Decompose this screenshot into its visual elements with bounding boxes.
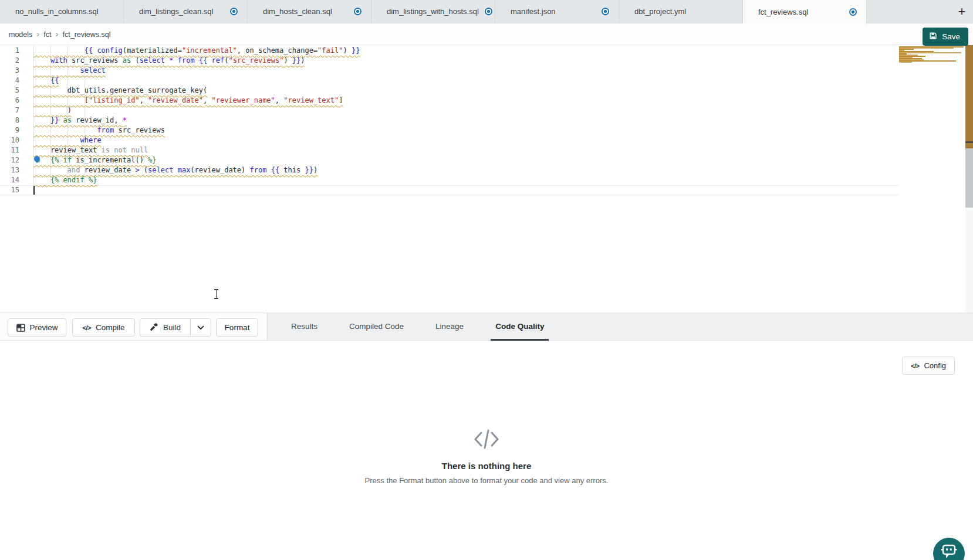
bottom-toolbar: Preview </> Compile Build Format Results… (0, 313, 973, 341)
code-slash-icon (0, 428, 973, 453)
empty-state-title: There is nothing here (0, 461, 973, 471)
unsaved-changes-dot-icon (354, 8, 362, 15)
file-tab[interactable]: dim_hosts_clean.sql (248, 0, 371, 23)
code-line-text: {% endif %} (33, 175, 97, 185)
overview-ruler-scrollbar[interactable] (965, 45, 973, 313)
panel-tab-lineage[interactable]: Lineage (431, 313, 468, 341)
code-line-text: from src_reviews (33, 125, 165, 135)
code-line[interactable]: 13 and review_date > (select max(review_… (0, 165, 973, 175)
code-line[interactable]: 15 (0, 185, 973, 195)
code-line[interactable]: 1 {{ config(materialized="incremental", … (0, 46, 973, 56)
new-tab-button[interactable]: + (951, 0, 973, 23)
line-number: 8 (0, 116, 19, 125)
code-line[interactable]: 11 review_text is not null (0, 145, 973, 155)
file-tab-label: dim_listings_clean.sql (139, 7, 213, 16)
code-line-text: ["listing_id", "review_date", "reviewer_… (33, 96, 343, 106)
panel-tab-results[interactable]: Results (286, 313, 322, 341)
file-tab[interactable]: fct_reviews.sql (743, 0, 867, 24)
file-tab-bar: no_nulls_in_columns.sqldim_listings_clea… (0, 0, 973, 23)
code-line-text: select (33, 66, 106, 76)
panel-tab-compiled-code[interactable]: Compiled Code (344, 313, 408, 341)
file-tab-label: no_nulls_in_columns.sql (15, 7, 99, 16)
chatbot-fab-button[interactable] (933, 538, 965, 560)
empty-state: There is nothing here Press the Format b… (0, 428, 973, 485)
file-tab[interactable]: dim_listings_clean.sql (124, 0, 248, 23)
build-button[interactable]: Build (140, 318, 190, 337)
unsaved-changes-dot-icon (849, 8, 857, 16)
line-number: 13 (0, 165, 19, 175)
tab-bar-filler (867, 0, 951, 23)
breadcrumb-item[interactable]: models (9, 30, 32, 39)
code-line-text: {% if is_incremental() %} (33, 155, 157, 165)
breadcrumb-item[interactable]: fct (43, 30, 51, 39)
code-line-text: {{ config(materialized="incremental", on… (33, 46, 360, 56)
file-tab[interactable]: dbt_project.yml (619, 0, 743, 23)
code-line[interactable]: 10 where (0, 135, 973, 145)
unsaved-changes-dot-icon (485, 8, 492, 15)
table-grid-icon (16, 324, 25, 332)
preview-button[interactable]: Preview (8, 318, 66, 337)
code-line[interactable]: 2 with src_reviews as (select * from {{ … (0, 56, 973, 66)
panel-tab-strip: ResultsCompiled CodeLineageCode Quality (267, 313, 973, 340)
config-button[interactable]: </> Config (902, 357, 955, 375)
format-button[interactable]: Format (216, 318, 258, 337)
compile-label: Compile (96, 323, 125, 332)
text-cursor (33, 186, 35, 195)
minimap[interactable] (899, 46, 965, 311)
code-line[interactable]: 9 from src_reviews (0, 125, 973, 135)
code-line[interactable]: 5 dbt_utils.generate_surrogate_key( (0, 86, 973, 96)
code-line-text: review_text is not null (33, 145, 148, 155)
code-editor[interactable]: 1 {{ config(materialized="incremental", … (0, 45, 973, 313)
hammer-icon (150, 323, 158, 333)
format-label: Format (225, 323, 250, 332)
code-line-text: {{ (33, 76, 59, 86)
code-line[interactable]: 8 }} as review_id, * (0, 116, 973, 125)
code-line[interactable]: 12 {% if is_incremental() %} (0, 155, 973, 165)
robot-chat-icon (941, 544, 957, 559)
save-icon (929, 32, 937, 42)
line-number: 14 (0, 175, 19, 185)
panel-tab-code-quality[interactable]: Code Quality (491, 313, 549, 341)
breadcrumb-separator-icon: › (56, 29, 59, 39)
line-number: 9 (0, 125, 19, 135)
file-tab-label: fct_reviews.sql (758, 8, 808, 16)
mouse-ibeam-cursor (214, 289, 219, 299)
chevron-down-icon (197, 325, 204, 330)
file-tab[interactable]: no_nulls_in_columns.sql (0, 0, 124, 23)
file-tab-label: manifest.json (511, 7, 556, 16)
breadcrumb-item[interactable]: fct_reviews.sql (63, 30, 111, 39)
line-number: 1 (0, 46, 19, 56)
unsaved-changes-dot-icon (230, 8, 238, 15)
code-brackets-icon: </> (911, 362, 919, 369)
save-button[interactable]: Save (923, 28, 968, 46)
code-line[interactable]: 4 {{ (0, 76, 973, 86)
file-tab-label: dim_listings_with_hosts.sql (387, 7, 479, 16)
line-number: 7 (0, 106, 19, 116)
preview-label: Preview (30, 323, 58, 332)
code-line-text: }} as review_id, * (33, 116, 127, 125)
line-number: 4 (0, 76, 19, 86)
build-label: Build (163, 323, 181, 332)
breadcrumb-separator-icon: › (36, 29, 39, 39)
code-line[interactable]: 3 select (0, 66, 973, 76)
line-number: 2 (0, 56, 19, 66)
minimap-line (899, 52, 961, 53)
file-tab[interactable]: manifest.json (495, 0, 619, 23)
compile-button[interactable]: </> Compile (72, 318, 135, 337)
cursor-mark (965, 141, 973, 143)
code-quality-panel: </> Config There is nothing here Press t… (0, 341, 973, 560)
code-action-lightbulb-icon[interactable]: ⚙ (34, 156, 43, 164)
file-tab[interactable]: dim_listings_with_hosts.sql (371, 0, 495, 23)
unsaved-changes-dot-icon (602, 8, 609, 15)
code-line-text: where (33, 135, 102, 145)
code-line[interactable]: 14 {% endif %} (0, 175, 973, 185)
code-line-text: dbt_utils.generate_surrogate_key( (33, 86, 207, 96)
code-brackets-icon: </> (83, 324, 91, 331)
code-line[interactable]: 7 ) (0, 106, 973, 116)
breadcrumb-bar: Save models›fct›fct_reviews.sql (0, 23, 973, 45)
code-line[interactable]: 6 ["listing_id", "review_date", "reviewe… (0, 96, 973, 106)
code-line-text: and review_date > (select max(review_dat… (33, 165, 317, 175)
gear-icon: ⚙ (37, 158, 40, 164)
build-options-chevron-button[interactable] (190, 318, 211, 337)
code-line-text: ) (33, 106, 72, 116)
